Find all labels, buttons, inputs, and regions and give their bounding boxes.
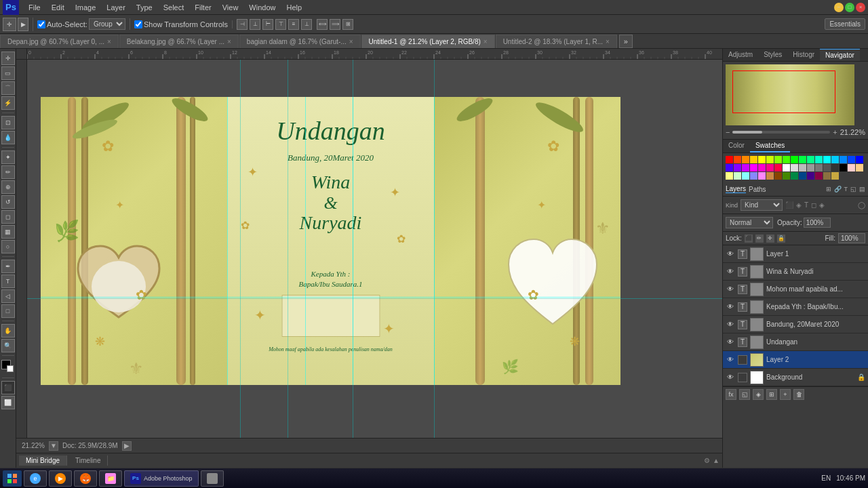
layer-item-7[interactable]: 👁 Background 🔒 xyxy=(723,369,868,386)
swatch-32[interactable] xyxy=(848,164,855,171)
swatch-15[interactable] xyxy=(848,156,855,163)
panel-settings-icon[interactable]: ⚙ xyxy=(704,457,710,464)
taskbar-ie[interactable]: e xyxy=(24,470,47,487)
paths-tab[interactable]: Paths xyxy=(749,186,766,193)
dodge-tool-icon[interactable]: ○ xyxy=(1,240,15,253)
swatch-37[interactable] xyxy=(750,172,757,180)
hand-tool-icon[interactable]: ✋ xyxy=(1,324,15,338)
taskbar-photoshop[interactable]: Ps Adobe Photoshop xyxy=(124,470,199,487)
layer-link-icon[interactable]: 🔗 xyxy=(834,186,842,192)
group-select[interactable]: Group xyxy=(89,18,125,30)
zoom-tool-icon[interactable]: 🔍 xyxy=(1,339,15,352)
align-top[interactable]: ⊤ xyxy=(275,19,286,30)
auto-select-checkbox[interactable] xyxy=(37,20,45,28)
move-tool[interactable]: ✛ xyxy=(3,18,16,31)
swatch-2[interactable] xyxy=(742,156,749,163)
filter-adjust-icon[interactable]: ◈ xyxy=(796,201,802,209)
navigator-zoom-in[interactable]: + xyxy=(833,128,837,136)
mini-bridge-tab[interactable]: Mini Bridge xyxy=(19,455,67,466)
swatch-24[interactable] xyxy=(783,164,790,171)
swatch-26[interactable] xyxy=(799,164,806,171)
zoom-options-button[interactable]: ▼ xyxy=(49,441,58,451)
swatch-6[interactable] xyxy=(774,156,782,163)
swatch-29[interactable] xyxy=(823,164,831,171)
mode-icon[interactable]: ⬛ xyxy=(1,381,15,394)
pen-tool-icon[interactable]: ✒ xyxy=(1,260,15,273)
menu-help[interactable]: Help xyxy=(281,2,307,13)
filter-type-select[interactable]: Kind Name Effect Mode Attribute Color xyxy=(741,199,783,211)
path-select-icon[interactable]: ◁ xyxy=(1,289,15,303)
styles-tab[interactable]: Styles xyxy=(758,49,787,61)
swatch-44[interactable] xyxy=(807,172,814,180)
filter-smart-icon[interactable]: ◈ xyxy=(819,201,825,209)
layer-vis-4[interactable]: 👁 xyxy=(726,320,735,329)
menu-edit[interactable]: Edit xyxy=(46,2,70,13)
heal-tool-icon[interactable]: ✦ xyxy=(1,150,15,164)
filter-shape-icon[interactable]: ◻ xyxy=(811,201,816,209)
marquee-tool-icon[interactable]: ▭ xyxy=(1,66,15,80)
swatch-23[interactable] xyxy=(774,164,782,171)
swatch-10[interactable] xyxy=(807,156,814,163)
swatch-27[interactable] xyxy=(807,164,814,171)
navigator-zoom-out[interactable]: − xyxy=(726,128,730,136)
swatch-46[interactable] xyxy=(823,172,831,180)
tab-close-1[interactable]: × xyxy=(227,38,231,45)
taskbar-media2[interactable] xyxy=(201,470,224,487)
swatch-25[interactable] xyxy=(791,164,798,171)
swatch-5[interactable] xyxy=(766,156,774,163)
align-center-h[interactable]: ≡ xyxy=(288,19,299,30)
layer-vis-3[interactable]: 👁 xyxy=(726,302,735,312)
adjustments-tab[interactable]: Adjustm xyxy=(723,49,758,61)
swatch-42[interactable] xyxy=(791,172,798,180)
dist-v[interactable]: ⟹ xyxy=(330,19,340,30)
transform-checkbox[interactable] xyxy=(134,20,142,28)
tab-3[interactable]: Untitled-1 @ 21.2% (Layer 2, RGB/8) × xyxy=(361,35,495,48)
screen-mode-icon[interactable]: ⬜ xyxy=(1,396,15,409)
eraser-tool-icon[interactable]: ◻ xyxy=(1,210,15,224)
taskbar-firefox[interactable]: 🦊 xyxy=(74,470,97,487)
panel-expand-icon[interactable]: ▲ xyxy=(713,457,719,464)
swatches-tab[interactable]: Swatches xyxy=(750,140,790,152)
lock-all-icon[interactable]: 🔒 xyxy=(777,235,785,243)
align-left[interactable]: ⊣ xyxy=(237,19,248,30)
layer-vis-6[interactable]: 👁 xyxy=(726,355,735,365)
tab-4[interactable]: Untitled-2 @ 18.3% (Layer 1, R... × xyxy=(496,35,617,48)
start-button[interactable] xyxy=(3,470,22,487)
taskbar-media[interactable]: ▶ xyxy=(49,470,72,487)
wand-tool-icon[interactable]: ⚡ xyxy=(1,96,15,110)
histogram-tab[interactable]: Histogr xyxy=(787,49,820,61)
swatch-22[interactable] xyxy=(766,164,774,171)
navigator-zoom-slider[interactable] xyxy=(732,131,830,134)
layer-text-icon[interactable]: T xyxy=(844,186,848,192)
layer-adjust-button[interactable]: ◈ xyxy=(753,389,764,400)
swatch-33[interactable] xyxy=(856,164,863,171)
tab-close-3[interactable]: × xyxy=(484,38,488,45)
swatch-11[interactable] xyxy=(815,156,823,163)
swatch-4[interactable] xyxy=(758,156,766,163)
swatch-30[interactable] xyxy=(831,164,839,171)
layer-item-6[interactable]: 👁 Layer 2 xyxy=(723,351,868,369)
menu-type[interactable]: Type xyxy=(131,2,158,13)
swatch-1[interactable] xyxy=(734,156,741,163)
layer-item-0[interactable]: 👁 T Layer 1 xyxy=(723,245,868,263)
navigator-tab[interactable]: Navigator xyxy=(820,49,860,61)
layer-filter-icon[interactable]: ⊞ xyxy=(826,186,831,192)
menu-layer[interactable]: Layer xyxy=(101,2,131,13)
layers-tab[interactable]: Layers xyxy=(726,185,746,193)
collapse-panels-button[interactable]: » xyxy=(619,35,633,48)
swatch-31[interactable] xyxy=(840,164,847,171)
menu-window[interactable]: Window xyxy=(243,2,281,13)
swatch-28[interactable] xyxy=(815,164,823,171)
layer-mask-button[interactable]: ◱ xyxy=(739,389,750,400)
swatch-40[interactable] xyxy=(774,172,782,180)
swatch-36[interactable] xyxy=(742,172,749,180)
layer-fx-button[interactable]: fx xyxy=(726,389,736,400)
shape-tool-icon[interactable]: □ xyxy=(1,304,15,318)
filter-type-icon[interactable]: T xyxy=(804,201,808,209)
layer-vis-1[interactable]: 👁 xyxy=(726,267,735,277)
tab-0[interactable]: Depan.jpg @ 60.7% (Layer 0, ... × xyxy=(0,35,119,48)
tab-2[interactable]: bagian dalam @ 16.7% (Garut-... × xyxy=(239,35,361,48)
opacity-input[interactable] xyxy=(804,218,831,228)
fill-input[interactable] xyxy=(838,233,865,243)
swatch-20[interactable] xyxy=(750,164,757,171)
